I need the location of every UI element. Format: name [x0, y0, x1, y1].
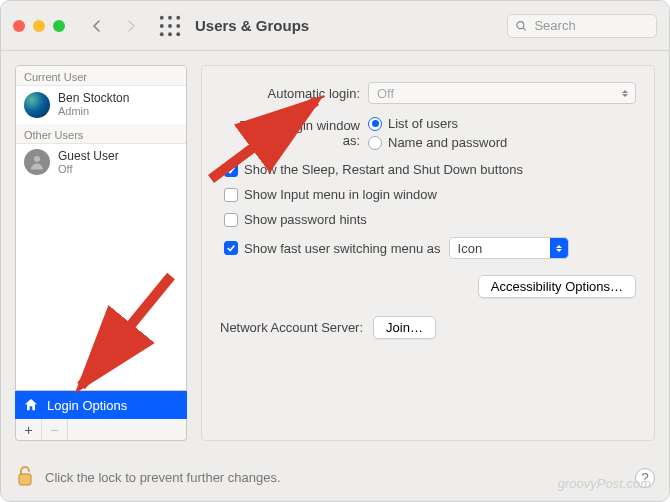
sidebar: Current User Ben Stockton Admin Other Us… — [15, 65, 187, 441]
automatic-login-value: Off — [377, 86, 394, 101]
user-role: Admin — [58, 105, 129, 118]
svg-point-5 — [176, 24, 180, 28]
other-user-row[interactable]: Guest User Off — [16, 144, 186, 182]
radio-label: Name and password — [388, 135, 507, 150]
remove-user-button: − — [42, 419, 68, 440]
checkbox-icon — [224, 213, 238, 227]
svg-point-4 — [168, 24, 172, 28]
fast-switch-value: Icon — [458, 241, 483, 256]
prefs-window: Users & Groups Current User Ben Stockton… — [0, 0, 670, 502]
traffic-lights — [13, 20, 65, 32]
lock-text: Click the lock to prevent further change… — [45, 470, 281, 485]
automatic-login-label: Automatic login: — [220, 86, 360, 101]
svg-point-2 — [176, 15, 180, 19]
minimize-icon[interactable] — [33, 20, 45, 32]
chevron-updown-icon — [619, 86, 631, 100]
sidebar-footer: + − — [15, 419, 187, 441]
avatar — [24, 149, 50, 175]
titlebar: Users & Groups — [1, 1, 669, 51]
avatar — [24, 92, 50, 118]
network-server-label: Network Account Server: — [220, 320, 363, 335]
svg-point-6 — [160, 32, 164, 36]
check-fast-switching[interactable]: Show fast user switching menu as — [224, 241, 441, 256]
check-sleep-restart[interactable]: Show the Sleep, Restart and Shut Down bu… — [224, 162, 636, 177]
check-label: Show password hints — [244, 212, 367, 227]
close-icon[interactable] — [13, 20, 25, 32]
accessibility-options-button[interactable]: Accessibility Options… — [478, 275, 636, 298]
search-input[interactable] — [532, 17, 648, 34]
other-users-header: Other Users — [16, 124, 186, 144]
chevron-updown-icon — [550, 238, 568, 258]
user-name: Guest User — [58, 149, 119, 163]
svg-point-3 — [160, 24, 164, 28]
user-name: Ben Stockton — [58, 91, 129, 105]
lock-row: Click the lock to prevent further change… — [15, 464, 655, 491]
forward-button[interactable] — [119, 14, 143, 38]
check-input-menu[interactable]: Show Input menu in login window — [224, 187, 636, 202]
home-icon — [23, 397, 39, 413]
back-button[interactable] — [85, 14, 109, 38]
display-window-label: Display login window as: — [220, 116, 360, 148]
content: Current User Ben Stockton Admin Other Us… — [1, 51, 669, 455]
current-user-header: Current User — [16, 66, 186, 86]
user-role: Off — [58, 163, 119, 176]
current-user-row[interactable]: Ben Stockton Admin — [16, 86, 186, 124]
radio-label: List of users — [388, 116, 458, 131]
zoom-icon[interactable] — [53, 20, 65, 32]
login-options-label: Login Options — [47, 398, 127, 413]
checkbox-icon — [224, 163, 238, 177]
svg-point-7 — [168, 32, 172, 36]
window-title: Users & Groups — [195, 17, 309, 34]
add-user-button[interactable]: + — [16, 419, 42, 440]
check-password-hints[interactable]: Show password hints — [224, 212, 636, 227]
automatic-login-select[interactable]: Off — [368, 82, 636, 104]
search-icon — [516, 20, 526, 32]
svg-rect-12 — [19, 474, 31, 485]
svg-point-8 — [176, 32, 180, 36]
svg-line-10 — [523, 27, 526, 30]
radio-icon — [368, 117, 382, 131]
radio-name-password[interactable]: Name and password — [368, 135, 507, 150]
join-button[interactable]: Join… — [373, 316, 436, 339]
check-label: Show Input menu in login window — [244, 187, 437, 202]
main-panel: Automatic login: Off Display login windo… — [201, 65, 655, 441]
login-options-button[interactable]: Login Options — [15, 391, 187, 419]
svg-point-0 — [160, 15, 164, 19]
search-field[interactable] — [507, 14, 657, 38]
radio-icon — [368, 136, 382, 150]
checkbox-icon — [224, 188, 238, 202]
svg-point-11 — [34, 156, 40, 162]
radio-list-of-users[interactable]: List of users — [368, 116, 507, 131]
lock-button[interactable] — [15, 464, 35, 491]
fast-switch-select[interactable]: Icon — [449, 237, 569, 259]
svg-point-1 — [168, 15, 172, 19]
checkbox-icon — [224, 241, 238, 255]
svg-point-9 — [517, 21, 524, 28]
help-button[interactable]: ? — [635, 468, 655, 488]
user-list: Current User Ben Stockton Admin Other Us… — [15, 65, 187, 391]
show-all-icon[interactable] — [159, 15, 181, 37]
check-label: Show the Sleep, Restart and Shut Down bu… — [244, 162, 523, 177]
check-label: Show fast user switching menu as — [244, 241, 441, 256]
